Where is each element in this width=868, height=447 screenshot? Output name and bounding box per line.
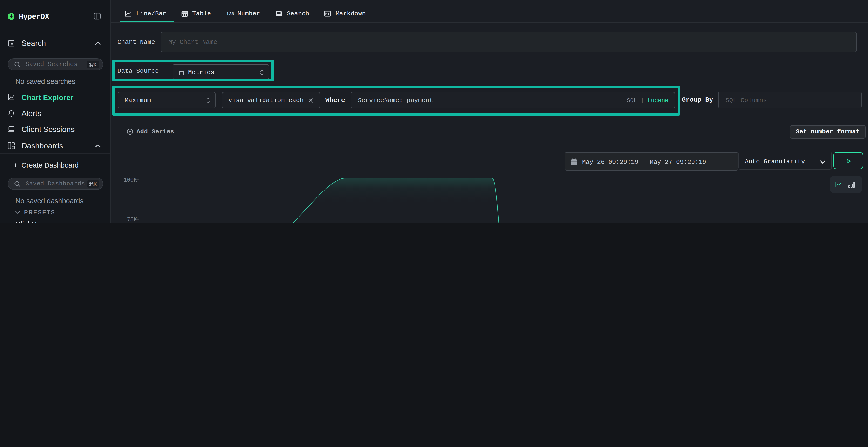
svg-text:75K: 75K	[127, 217, 137, 223]
svg-text:100K: 100K	[124, 177, 137, 183]
